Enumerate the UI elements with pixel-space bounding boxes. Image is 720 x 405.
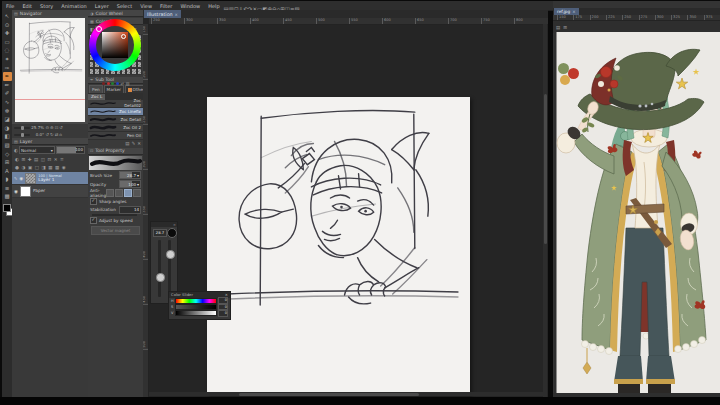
history-color-dot[interactable] [116, 82, 119, 85]
blend-mode-select[interactable]: Normal ▾ [19, 146, 55, 154]
history-color-dot[interactable] [102, 82, 105, 85]
color-slider-palette[interactable]: Color Slider × H0S0V0 [168, 291, 231, 320]
menu-edit[interactable]: Edit [18, 3, 36, 9]
close-icon[interactable]: × [572, 9, 575, 14]
visibility-eye-icon[interactable]: ◉ [14, 189, 18, 194]
add-brush-icon[interactable]: ▤ [125, 141, 129, 147]
layer-tool-icon[interactable]: □ [35, 165, 39, 170]
brush-item[interactable]: Zoc Detail [88, 116, 143, 124]
menu-layer[interactable]: Layer [91, 3, 113, 9]
tool-lasso[interactable]: ◌ [3, 46, 12, 55]
menu-view[interactable]: View [136, 3, 156, 9]
tool-text[interactable]: A [3, 167, 12, 176]
tool-move[interactable]: ✚ [3, 29, 12, 38]
slider-knob[interactable] [156, 273, 165, 282]
sharp-angles-checkbox[interactable]: ✓ [90, 198, 97, 205]
layer-tool-icon[interactable]: ≡ [60, 157, 64, 162]
tool-pen[interactable]: ✒ [3, 72, 12, 81]
layer-tool-icon[interactable]: ✚ [28, 157, 32, 162]
menu-help[interactable]: Help [204, 3, 223, 9]
tool-figure[interactable]: ◇ [3, 150, 12, 159]
layer-item-paper[interactable]: ◉ Paper [12, 185, 88, 198]
menu-animation[interactable]: Animation [57, 3, 91, 9]
layer-tool-icon[interactable]: ◉ [62, 165, 66, 170]
canvas-page[interactable] [207, 97, 470, 394]
brush-size-input[interactable]: 28.7 ▾ [119, 171, 141, 179]
brush-item[interactable]: Zoc Linefix [88, 108, 143, 116]
tool-blend[interactable]: ◑ [3, 124, 12, 133]
tool-ruler[interactable]: ≡ [3, 184, 12, 193]
channel-gradient-slider[interactable] [175, 298, 217, 304]
channel-gradient-slider[interactable] [175, 304, 217, 310]
menu-filter[interactable]: Filter [156, 3, 176, 9]
history-color-dot[interactable] [111, 82, 114, 85]
layer-item-layer1[interactable]: ✎ ◉ 100 | Normal Layer 1 [12, 172, 88, 185]
adjust-speed-checkbox[interactable]: ✓ [90, 217, 97, 224]
tool-wand[interactable]: ✦ [3, 55, 12, 64]
stabilization-slider[interactable] [92, 214, 137, 216]
layer-tool-icon[interactable]: ● [15, 165, 19, 170]
history-color-dot[interactable] [107, 82, 110, 85]
delete-brush-icon[interactable]: ✕ [137, 141, 141, 147]
aa-strong-button[interactable] [133, 189, 141, 197]
opacity-input[interactable]: 100 ▾ [119, 180, 141, 188]
zoom-slider[interactable] [14, 127, 30, 129]
tool-eyedropper[interactable]: ✑ [3, 64, 12, 73]
layer-tool-icon[interactable]: ⊟ [48, 157, 52, 162]
channel-value[interactable]: 0 [218, 310, 228, 317]
brush-item[interactable]: Pen Oil [88, 132, 143, 140]
layer-tool-icon[interactable]: ◫ [41, 157, 45, 162]
menu-window[interactable]: Window [176, 3, 204, 9]
layer-tool-icon[interactable]: ◨ [41, 165, 45, 170]
visibility-eye-icon[interactable]: ◉ [19, 176, 23, 181]
fg-bg-colors[interactable] [3, 204, 12, 216]
edit-brush-icon[interactable]: ✎ [131, 141, 135, 147]
pages-icon[interactable]: ▤ [556, 25, 560, 30]
tool-zoom[interactable]: ⊙ [3, 21, 12, 30]
slider-knob[interactable] [166, 250, 175, 259]
brush-item[interactable]: Zoc Detail02 [88, 100, 143, 108]
channel-gradient-slider[interactable] [175, 310, 217, 316]
tool-selection[interactable]: ▭ [3, 38, 12, 47]
nav-rotate-icon[interactable]: ⌂ [59, 132, 63, 137]
reference-image[interactable] [554, 32, 720, 393]
menu-file[interactable]: File [2, 3, 18, 9]
tool-operation[interactable]: ↖ [3, 12, 12, 21]
navigator-preview[interactable] [12, 16, 88, 124]
layer-tool-icon[interactable]: ◑ [21, 165, 25, 170]
brush-size-vslider[interactable] [158, 240, 161, 297]
canvas-hscrollbar[interactable] [149, 392, 543, 396]
fg-bg-color-chips[interactable] [90, 79, 100, 88]
tool-gradient[interactable]: ▨ [3, 141, 12, 150]
brush-item[interactable]: Zoc Oil 2 [88, 124, 143, 132]
layer-tool-icon[interactable]: ▣ [28, 165, 32, 170]
tool-pencil[interactable]: ✏ [3, 81, 12, 90]
layer-tool-icon[interactable]: ⊞ [21, 157, 25, 162]
layer-opacity-slider[interactable]: 100 [56, 146, 85, 154]
aa-medium-button[interactable] [124, 189, 132, 197]
document-tab[interactable]: Illustration × [144, 10, 181, 18]
tool-airbrush[interactable]: ∿ [3, 98, 12, 107]
reference-tab[interactable]: ref.jpg × [554, 8, 579, 15]
canvas-vscrollbar[interactable] [543, 24, 547, 397]
opacity-vslider[interactable] [168, 240, 171, 297]
tool-eraser[interactable]: ◪ [3, 115, 12, 124]
tool-decoration[interactable]: ✻ [3, 107, 12, 116]
close-icon[interactable]: × [173, 223, 176, 227]
rotate-slider[interactable] [14, 134, 30, 136]
tool-brush[interactable]: ✐ [3, 89, 12, 98]
float-brush-size-value[interactable]: 28.7 [153, 229, 167, 237]
transparent-color-button[interactable]: ▨ [126, 81, 130, 86]
layer-tool-icon[interactable]: ◐ [15, 157, 19, 162]
hue-wheel[interactable] [89, 19, 141, 71]
nav-zoom-icon[interactable]: ↺ [59, 125, 64, 130]
tool-material[interactable]: ▩ [3, 192, 12, 201]
aa-none-button[interactable] [106, 189, 114, 197]
tool-frame[interactable]: ⊞ [3, 158, 12, 167]
stabilization-input[interactable]: 14 [119, 206, 141, 214]
vector-magnet-button[interactable]: Vector magnet [91, 226, 140, 235]
layer-tool-icon[interactable]: ▦ [48, 165, 52, 170]
aa-weak-button[interactable] [115, 189, 123, 197]
tool-balloon[interactable]: ◗ [3, 175, 12, 184]
grid-icon[interactable]: ⊞ [563, 25, 567, 30]
